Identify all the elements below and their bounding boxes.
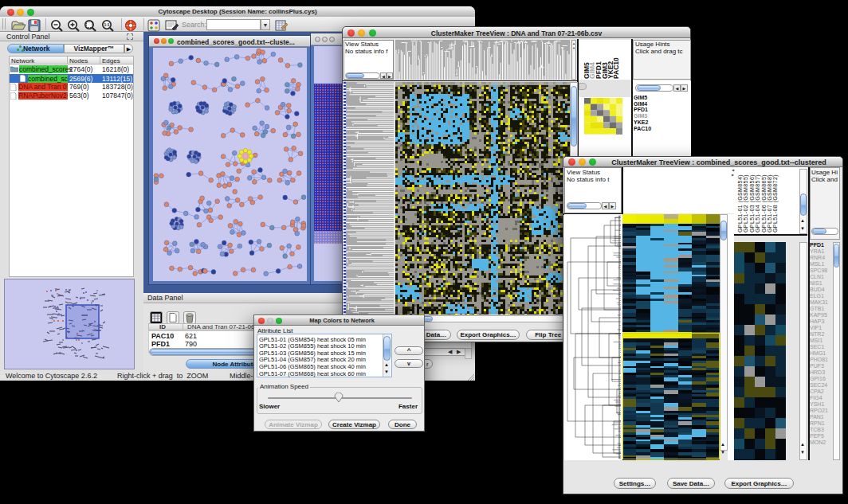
- svg-text:1:1: 1:1: [104, 22, 109, 27]
